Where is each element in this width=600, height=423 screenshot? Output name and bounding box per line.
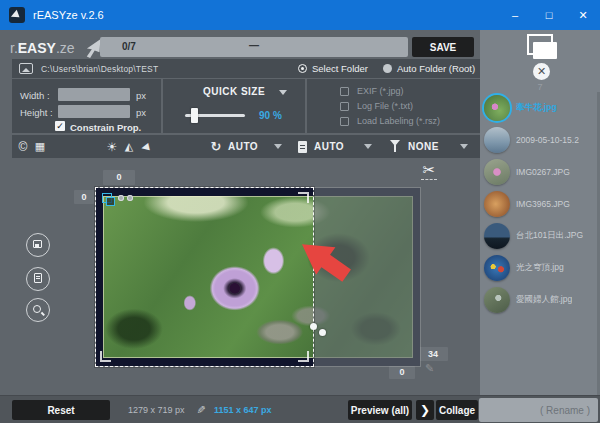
chevron-down-icon[interactable] — [364, 144, 372, 149]
constrain-checkbox[interactable]: ✓ — [55, 121, 65, 131]
log-option[interactable]: Log File (*.txt) — [340, 101, 413, 111]
target-size-label: 1151 x 647 px — [214, 405, 272, 415]
filter-none-dropdown[interactable]: NONE — [408, 141, 439, 152]
adjust-toolbar: © ▦ ☀ ◭ ◀ ↻ AUTO AUTO NONE — [12, 135, 480, 158]
maximize-button[interactable]: □ — [532, 0, 566, 30]
crop-handle-dot[interactable] — [127, 195, 133, 201]
labeling-option[interactable]: Load Labeling (*.rsz) — [340, 116, 440, 126]
open-folder-icon[interactable] — [527, 34, 559, 61]
height-field[interactable] — [58, 105, 130, 118]
chevron-down-icon[interactable] — [274, 144, 282, 149]
logo-pre: r. — [10, 40, 18, 56]
file-count: 7 — [480, 82, 600, 92]
logo-main: EASY — [18, 40, 56, 56]
file-name: IMG3965.JPG — [516, 199, 570, 209]
minimize-button[interactable]: – — [498, 0, 532, 30]
file-list: 牽牛花.jpg 2009-05-10-15.2 IMG0267.JPG IMG3… — [480, 92, 600, 316]
crop-bracket-bottom-right[interactable] — [298, 351, 309, 362]
auto-folder-radio[interactable]: Auto Folder (Root) — [383, 63, 475, 74]
grid-icon[interactable]: ▦ — [33, 135, 47, 158]
crop-value-right: 34 — [418, 347, 448, 361]
image-file-icon — [19, 63, 33, 74]
progress-placeholder: — — [249, 40, 259, 51]
resize-auto-dropdown[interactable]: AUTO — [314, 141, 344, 152]
magnifier-icon — [33, 305, 41, 313]
disk-icon — [33, 240, 42, 248]
progress-count: 0/7 — [122, 41, 136, 52]
file-thumbnail — [484, 95, 510, 121]
select-folder-label: Select Folder — [312, 63, 368, 74]
photo-preview[interactable] — [96, 188, 420, 366]
labeling-label: Load Labeling (*.rsz) — [357, 116, 440, 126]
file-item[interactable]: 牽牛花.jpg — [480, 92, 600, 124]
app-icon — [9, 7, 25, 23]
crop-selection[interactable] — [95, 187, 314, 367]
file-item[interactable]: 光之穹頂.jpg — [480, 252, 600, 284]
file-sidebar: ✕ 7 牽牛花.jpg 2009-05-10-15.2 IMG0267.JPG … — [480, 30, 600, 395]
path-bar: C:\Users\brian\Desktop\TEST Select Folde… — [12, 59, 480, 78]
rotate-icon[interactable]: ↻ — [208, 135, 224, 158]
width-field[interactable] — [58, 88, 130, 101]
height-label: Height : — [20, 107, 53, 118]
file-item[interactable]: IMG3965.JPG — [480, 188, 600, 220]
filter-funnel-icon[interactable] — [390, 140, 400, 146]
window-title: rEASYze v.2.6 — [33, 9, 104, 21]
brightness-icon[interactable]: ☀ — [105, 135, 119, 158]
file-name: 台北101日出.JPG — [516, 230, 583, 242]
file-name: 牽牛花.jpg — [516, 102, 557, 114]
file-thumbnail — [484, 159, 510, 185]
logo-post: .ze — [56, 40, 75, 56]
chevron-right-button[interactable]: ❯ — [416, 400, 434, 420]
rename-button[interactable]: ( Rename ) — [479, 398, 598, 422]
hand-cursor-icon — [77, 36, 103, 60]
auto-folder-label: Auto Folder (Root) — [397, 63, 475, 74]
app-window: rEASYze v.2.6 – □ ✕ r.EASY.ze 0/7 — SAVE… — [0, 0, 600, 423]
width-unit: px — [136, 90, 146, 101]
width-label: Width : — [20, 90, 50, 101]
slider-knob[interactable] — [191, 108, 198, 123]
save-image-button[interactable] — [26, 233, 50, 257]
chevron-down-icon[interactable] — [279, 90, 287, 95]
crop-bracket-bottom-left[interactable] — [100, 351, 111, 362]
file-thumbnail — [484, 255, 510, 281]
crop-bracket-top-right[interactable] — [298, 192, 309, 203]
quick-size-panel: QUICK SIZE 90 % — [163, 79, 305, 133]
file-item[interactable]: 台北101日出.JPG — [480, 220, 600, 252]
resize-page-icon[interactable] — [298, 141, 307, 153]
radio-off-icon — [383, 64, 392, 73]
file-item[interactable]: IMG0267.JPG — [480, 156, 600, 188]
main-content: r.EASY.ze 0/7 — SAVE C:\Users\brian\Desk… — [0, 30, 480, 395]
preview-all-button[interactable]: Preview (all) — [348, 400, 412, 420]
file-item[interactable]: 2009-05-10-15.2 — [480, 124, 600, 156]
crop-corner-icon[interactable] — [102, 193, 113, 204]
clear-list-icon[interactable]: ✕ — [533, 63, 550, 80]
collage-button[interactable]: Collage — [436, 400, 478, 420]
watermark-icon[interactable]: © — [16, 135, 30, 158]
folder-path: C:\Users\brian\Desktop\TEST — [41, 64, 158, 74]
file-info-button[interactable] — [26, 267, 50, 291]
scissors-icon[interactable]: ✂ — [416, 161, 442, 180]
quick-size-slider[interactable] — [185, 114, 245, 117]
quick-size-value: 90 % — [259, 110, 282, 121]
save-button[interactable]: SAVE — [412, 37, 474, 57]
sharpen-icon[interactable]: ◭ — [122, 135, 136, 158]
rotate-auto-dropdown[interactable]: AUTO — [228, 141, 258, 152]
flip-icon[interactable]: ◀ — [136, 134, 154, 159]
file-thumbnail — [484, 223, 510, 249]
crop-edge-handle[interactable] — [319, 329, 326, 336]
radio-on-icon — [298, 64, 307, 73]
file-item[interactable]: 愛國婦人館.jpg — [480, 284, 600, 316]
reset-button[interactable]: Reset — [12, 400, 110, 420]
chevron-down-icon[interactable] — [460, 144, 468, 149]
height-unit: px — [136, 107, 146, 118]
close-button[interactable]: ✕ — [566, 0, 600, 30]
select-folder-radio[interactable]: Select Folder — [298, 63, 368, 74]
file-thumbnail — [484, 127, 510, 153]
crop-handle-dot[interactable] — [118, 195, 124, 201]
checkbox-empty-icon — [340, 102, 349, 111]
exif-option[interactable]: EXIF (*.jpg) — [340, 86, 404, 96]
pencil-icon: ✎ — [194, 405, 207, 414]
checkbox-empty-icon — [340, 87, 349, 96]
exif-label: EXIF (*.jpg) — [357, 86, 404, 96]
zoom-button[interactable] — [26, 298, 50, 322]
